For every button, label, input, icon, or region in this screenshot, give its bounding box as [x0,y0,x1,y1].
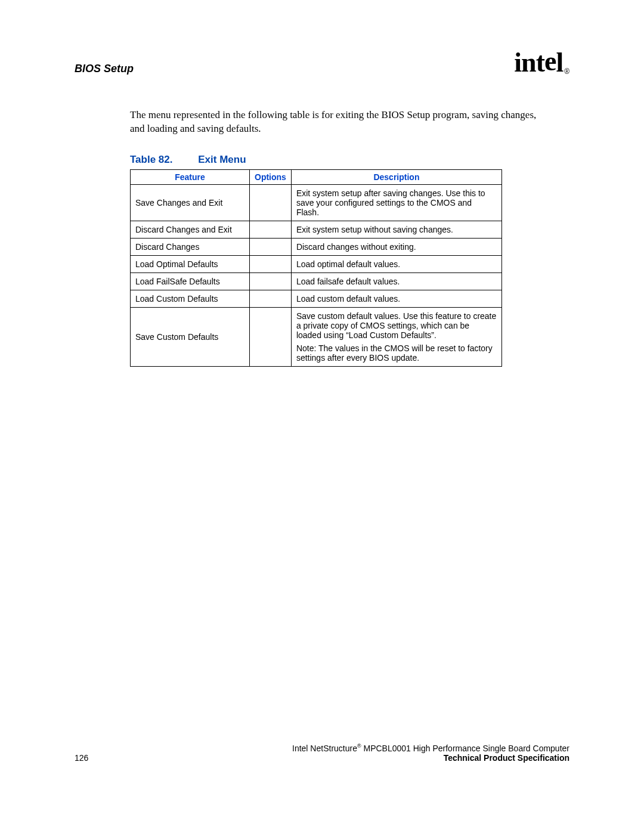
col-header-description: Description [291,169,501,184]
cell-feature: Discard Changes and Exit [131,221,250,238]
description-text: Load failsafe default values. [296,277,497,286]
col-header-options: Options [250,169,292,184]
table-name: Exit Menu [198,154,246,166]
cell-feature: Load Optimal Defaults [131,255,250,272]
cell-description: Load failsafe default values. [291,272,501,290]
cell-feature: Save Custom Defaults [131,307,250,366]
intel-logo: intel® [510,49,569,75]
description-text: Note: The values in the CMOS will be res… [296,343,497,363]
table-row: Save Changes and ExitExit system setup a… [131,184,502,221]
description-text: Load optimal default values. [296,259,497,269]
table-row: Save Custom DefaultsSave custom default … [131,307,502,366]
logo-registered-icon: ® [564,67,569,76]
table-header-row: Feature Options Description [131,169,502,184]
cell-feature: Discard Changes [131,238,250,255]
cell-description: Load custom default values. [291,290,501,307]
cell-options [250,221,292,238]
page-header: BIOS Setup intel® [75,49,569,75]
table-row: Load Optimal DefaultsLoad optimal defaul… [131,255,502,272]
footer-right: Intel NetStructure® MPCBL0001 High Perfo… [292,744,569,763]
page-number: 126 [75,753,88,763]
cell-feature: Save Changes and Exit [131,184,250,221]
cell-options [250,184,292,221]
cell-options [250,255,292,272]
description-text: Load custom default values. [296,294,497,304]
cell-options [250,290,292,307]
table-caption: Table 82. Exit Menu [130,154,569,166]
header-title: BIOS Setup [75,63,134,75]
exit-menu-table: Feature Options Description Save Changes… [130,169,502,367]
description-text: Exit system setup without saving changes… [296,225,497,234]
cell-description: Exit system setup without saving changes… [291,221,501,238]
footer-line-1: Intel NetStructure® MPCBL0001 High Perfo… [292,744,569,753]
description-text: Exit system setup after saving changes. … [296,188,497,217]
page-footer: 126 Intel NetStructure® MPCBL0001 High P… [75,744,569,763]
page: BIOS Setup intel® The menu represented i… [0,0,644,833]
cell-description: Save custom default values. Use this fea… [291,307,501,366]
description-text: Save custom default values. Use this fea… [296,311,497,340]
cell-description: Load optimal default values. [291,255,501,272]
cell-feature: Load FailSafe Defaults [131,272,250,290]
cell-description: Discard changes without exiting. [291,238,501,255]
cell-options [250,307,292,366]
table-row: Discard ChangesDiscard changes without e… [131,238,502,255]
cell-description: Exit system setup after saving changes. … [291,184,501,221]
col-header-feature: Feature [131,169,250,184]
table-row: Load FailSafe DefaultsLoad failsafe defa… [131,272,502,290]
logo-text: intel [514,49,563,76]
table-row: Load Custom DefaultsLoad custom default … [131,290,502,307]
table-row: Discard Changes and ExitExit system setu… [131,221,502,238]
cell-options [250,238,292,255]
footer-line-2: Technical Product Specification [292,753,569,763]
intro-paragraph: The menu represented in the following ta… [130,109,547,136]
cell-feature: Load Custom Defaults [131,290,250,307]
table-number: Table 82. [130,154,173,166]
description-text: Discard changes without exiting. [296,242,497,252]
cell-options [250,272,292,290]
